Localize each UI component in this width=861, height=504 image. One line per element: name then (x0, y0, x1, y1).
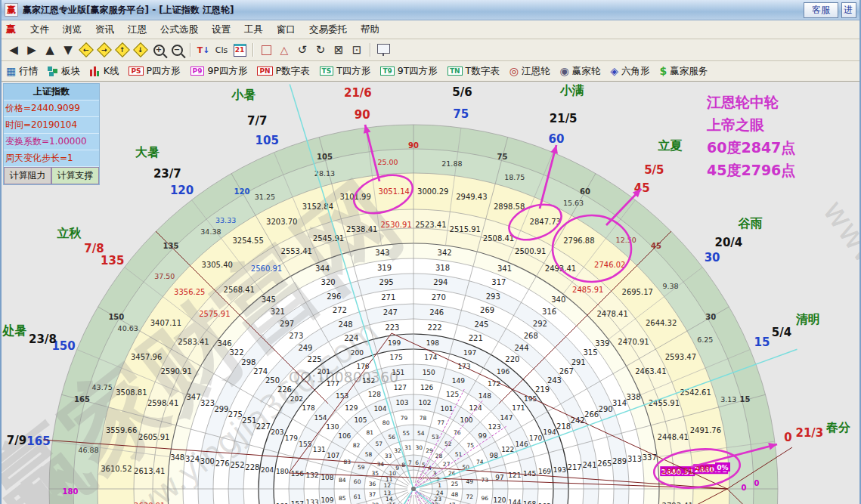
module-p-table[interactable]: PNP数字表 (257, 65, 309, 78)
svg-text:244: 244 (515, 344, 529, 352)
diamond-left-icon[interactable]: ← (77, 42, 95, 58)
menu-item-窗口[interactable]: 窗口 (270, 22, 302, 36)
dollar-icon: $ (659, 65, 667, 77)
svg-text:3457.96: 3457.96 (131, 353, 162, 361)
svg-text:36: 36 (369, 481, 376, 487)
square-shape-icon[interactable] (257, 42, 275, 58)
menu-item-公式选股[interactable]: 公式选股 (153, 22, 205, 36)
presentation-icon[interactable] (374, 42, 392, 58)
diamond-up-icon[interactable]: ↑ (113, 42, 132, 58)
menu-item-资讯[interactable]: 资讯 (88, 22, 121, 36)
svg-text:294: 294 (433, 278, 448, 286)
svg-text:2500.91: 2500.91 (515, 247, 546, 255)
svg-text:217: 217 (568, 463, 582, 472)
svg-text:267: 267 (559, 367, 574, 376)
fullscreen-icon[interactable]: ⊠ (330, 42, 348, 58)
svg-text:248: 248 (339, 320, 353, 329)
svg-text:341: 341 (497, 264, 512, 273)
svg-text:2605.91: 2605.91 (138, 433, 169, 441)
module-gann-wheel[interactable]: ◎江恩轮 (509, 65, 550, 78)
svg-text:196: 196 (497, 368, 509, 376)
module-label: 行情 (19, 65, 38, 78)
svg-text:145: 145 (523, 470, 536, 478)
svg-text:77: 77 (438, 419, 445, 426)
svg-text:150: 150 (108, 313, 124, 321)
arrow-left-icon[interactable]: ◀ (5, 42, 23, 58)
svg-text:2553.41: 2553.41 (281, 247, 312, 255)
t-updown-icon[interactable]: T↓ (194, 42, 212, 58)
svg-text:153: 153 (336, 392, 348, 400)
diamond-right-icon[interactable]: → (95, 42, 113, 58)
rotate-ccw-icon[interactable]: ↺ (293, 42, 311, 58)
svg-text:40.63: 40.63 (118, 324, 138, 332)
svg-text:小暑: 小暑 (231, 88, 256, 102)
svg-text:105: 105 (256, 134, 279, 147)
arrow-up-icon[interactable]: ▲ (41, 42, 59, 58)
svg-text:148: 148 (479, 392, 491, 400)
menu-item-工具[interactable]: 工具 (237, 22, 270, 36)
clipped-button[interactable]: 进 (841, 2, 856, 18)
module-hexagon[interactable]: ◈六角形 (610, 65, 649, 78)
toolbar-separator (190, 43, 190, 57)
module-9p-square[interactable]: P99P四方形 (190, 65, 248, 78)
menu-item-交易委托[interactable]: 交易委托 (302, 22, 354, 36)
svg-text:345: 345 (262, 295, 276, 304)
menu-item-设置[interactable]: 设置 (205, 22, 237, 36)
svg-text:0: 0 (742, 484, 747, 492)
fit-view-icon[interactable]: ⊡ (348, 42, 366, 58)
module-t-table[interactable]: TNT数字表 (448, 65, 500, 78)
module-winner-wheel[interactable]: ◉赢家轮 (559, 65, 600, 78)
svg-text:78: 78 (420, 415, 427, 422)
svg-text:342: 342 (438, 249, 452, 257)
svg-text:152: 152 (362, 377, 375, 385)
svg-text:99: 99 (479, 432, 488, 440)
module-t-square[interactable]: TST四方形 (320, 65, 371, 78)
svg-text:320: 320 (321, 278, 336, 286)
svg-text:268: 268 (524, 332, 538, 340)
diamond-down-icon[interactable]: ↓ (132, 42, 150, 58)
quote-row: 周天变化步长=1 (4, 150, 99, 167)
svg-text:199: 199 (388, 339, 401, 347)
svg-text:3356.25: 3356.25 (174, 288, 205, 296)
rotate-cw-icon[interactable]: ↻ (311, 42, 330, 58)
menu-item-帮助[interactable]: 帮助 (354, 22, 386, 36)
svg-text:2949.43: 2949.43 (456, 193, 487, 201)
svg-text:53: 53 (432, 434, 439, 441)
calendar-icon[interactable]: 21 (231, 42, 249, 58)
svg-text:318: 318 (435, 264, 450, 272)
module-kline[interactable]: K线 (90, 65, 119, 78)
svg-text:105: 105 (317, 153, 333, 161)
menu-item-浏览[interactable]: 浏览 (56, 22, 88, 36)
svg-text:60: 60 (354, 478, 361, 485)
triangle-shape-icon[interactable]: △ (275, 42, 293, 58)
zoom-out-icon[interactable]: − (168, 42, 186, 58)
svg-text:203: 203 (271, 428, 283, 436)
zoom-in-icon[interactable]: + (150, 42, 168, 58)
module-label: 9P四方形 (207, 65, 247, 78)
svg-text:252: 252 (230, 461, 244, 469)
module-sectors[interactable]: 板块 (48, 65, 80, 78)
module-quotes[interactable]: ▦行情 (6, 65, 38, 78)
svg-text:3254.55: 3254.55 (232, 237, 263, 245)
module-label: T四方形 (336, 65, 370, 78)
arrow-down-icon[interactable]: ▼ (59, 42, 77, 58)
menu-item-文件[interactable]: 文件 (23, 22, 56, 36)
svg-text:265: 265 (597, 459, 612, 468)
svg-text:2796.88: 2796.88 (563, 237, 594, 245)
cls-button[interactable]: Cls (212, 42, 231, 58)
module-winner-service[interactable]: $赢家服务 (659, 65, 708, 78)
svg-text:317: 317 (491, 278, 506, 286)
svg-text:立夏: 立夏 (657, 138, 682, 153)
calc-support-button[interactable]: 计算支撑 (51, 167, 99, 184)
svg-text:170: 170 (529, 434, 542, 442)
menu-item-江恩[interactable]: 江恩 (121, 22, 153, 36)
window-title: 赢家江恩专业版[赢家服务平台] - [上证指数 江恩轮] (23, 4, 801, 17)
svg-text:32: 32 (394, 447, 401, 454)
svg-text:109: 109 (321, 496, 333, 504)
module-9t-square[interactable]: T99T四方形 (380, 65, 438, 78)
customer-service-button[interactable]: 客服 (804, 2, 838, 18)
arrow-right-icon[interactable]: ▶ (23, 42, 41, 58)
calc-resistance-button[interactable]: 计算阻力 (4, 167, 51, 184)
module-p-square[interactable]: PSP四方形 (129, 65, 180, 78)
svg-text:175: 175 (390, 354, 403, 361)
